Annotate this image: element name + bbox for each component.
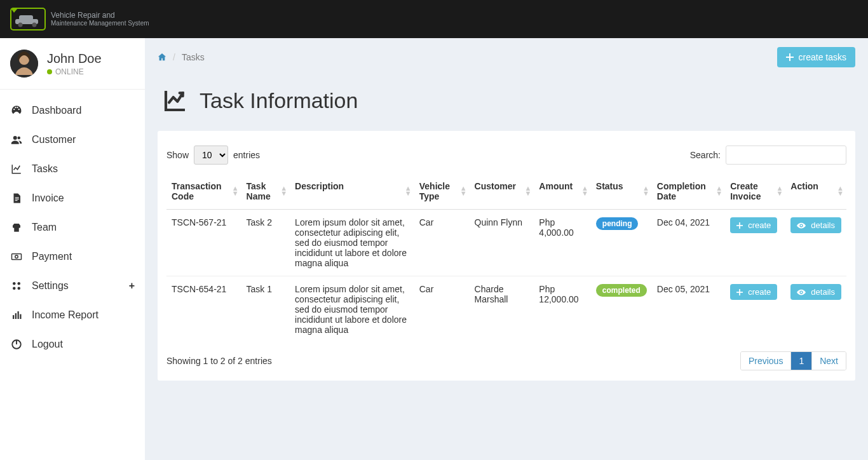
svg-rect-21 (20, 315, 21, 320)
pagination-prev[interactable]: Previous (741, 352, 791, 370)
pagination-page[interactable]: 1 (791, 352, 812, 370)
sidebar-item-label: Logout (32, 339, 63, 350)
cell-amount: Php 12,000.00 (534, 276, 590, 343)
sidebar-item-income-report[interactable]: Income Report (0, 301, 145, 330)
status-badge: completed (596, 284, 647, 297)
table-row: TSCN-567-21Task 2Lorem ipsum dolor sit a… (166, 210, 846, 276)
cell-action: details (785, 210, 846, 276)
svg-point-7 (13, 136, 17, 140)
cell-code: TSCN-567-21 (166, 210, 241, 276)
logout-icon (10, 339, 23, 350)
sort-icon: ▲▼ (642, 186, 649, 196)
table-row: TSCN-654-21Task 1Lorem ipsum dolor sit a… (166, 276, 846, 343)
entries-selector: Show 10 entries (166, 145, 260, 165)
column-header[interactable]: Task Name▲▼ (241, 173, 290, 210)
svg-point-31 (801, 291, 803, 293)
cell-invoice: create (725, 276, 785, 343)
logo[interactable]: Vehicle Repair and Maintenance Managemen… (10, 8, 149, 30)
column-header[interactable]: Description▲▼ (290, 173, 414, 210)
breadcrumb-separator: / (173, 52, 175, 62)
user-status: ONLINE (47, 67, 102, 76)
column-header[interactable]: Amount▲▼ (534, 173, 590, 210)
brand-line1: Vehicle Repair and (51, 11, 149, 20)
svg-point-17 (18, 287, 21, 290)
sidebar-item-label: Income Report (32, 309, 98, 321)
sidebar-item-tasks[interactable]: Tasks (0, 154, 145, 184)
column-header[interactable]: Transaction Code▲▼ (166, 173, 241, 210)
topbar: Vehicle Repair and Maintenance Managemen… (0, 0, 868, 38)
sidebar-item-label: Customer (32, 134, 76, 145)
cell-customer: Quinn Flynn (470, 210, 534, 276)
pagination-next[interactable]: Next (812, 352, 846, 370)
svg-point-3 (18, 23, 23, 27)
svg-rect-2 (19, 15, 33, 20)
home-icon[interactable] (158, 53, 166, 62)
cell-code: TSCN-654-21 (166, 276, 241, 343)
column-header[interactable]: Create Invoice▲▼ (725, 173, 785, 210)
pagination: Previous1Next (740, 351, 846, 370)
table-info: Showing 1 to 2 of 2 entries (166, 356, 272, 366)
online-dot-icon (47, 69, 52, 74)
details-button[interactable]: details (790, 284, 841, 300)
tasks-card: Show 10 entries Search: Transaction Code… (158, 131, 855, 381)
search-input[interactable] (726, 145, 846, 165)
column-header[interactable]: Action▲▼ (785, 173, 846, 210)
page-title: Task Information (200, 88, 358, 113)
column-header[interactable]: Vehicle Type▲▼ (414, 173, 470, 210)
avatar[interactable] (10, 50, 38, 78)
sidebar-item-label: Settings (32, 280, 69, 292)
logo-icon (10, 8, 46, 30)
income-report-icon (10, 309, 23, 321)
svg-point-4 (32, 23, 37, 27)
svg-point-14 (13, 282, 16, 285)
svg-rect-30 (736, 292, 743, 293)
tasks-table: Transaction Code▲▼Task Name▲▼Description… (166, 173, 846, 342)
column-header[interactable]: Completion Date▲▼ (652, 173, 725, 210)
details-button[interactable]: details (790, 217, 841, 233)
cell-description: Lorem ipsum dolor sit amet, consectetur … (290, 276, 414, 343)
sidebar-item-invoice[interactable]: Invoice (0, 184, 145, 213)
svg-point-16 (13, 287, 16, 290)
invoice-icon (10, 193, 23, 204)
entries-select[interactable]: 10 (194, 145, 228, 165)
cell-vehicle: Car (414, 276, 470, 343)
svg-rect-19 (15, 313, 17, 319)
sidebar-item-team[interactable]: Team (0, 213, 145, 242)
column-header[interactable]: Customer▲▼ (470, 173, 534, 210)
sidebar-item-logout[interactable]: Logout (0, 330, 145, 359)
main-content: / Tasks create tasks Task Information Sh… (145, 38, 868, 460)
payment-icon (10, 251, 23, 262)
create-tasks-button[interactable]: create tasks (777, 47, 855, 67)
sidebar-item-settings[interactable]: Settings+ (0, 271, 145, 301)
cell-customer: Charde Marshall (470, 276, 534, 343)
sidebar-item-label: Dashboard (32, 105, 81, 116)
breadcrumb-current: Tasks (182, 52, 205, 62)
sort-icon: ▲▼ (837, 186, 844, 196)
plus-icon (736, 222, 743, 229)
plus-icon (786, 53, 794, 61)
sidebar-item-customer[interactable]: Customer (0, 125, 145, 154)
svg-point-8 (18, 137, 21, 140)
cell-amount: Php 4,000.00 (534, 210, 590, 276)
create-invoice-button[interactable]: create (730, 284, 777, 300)
cell-invoice: create (725, 210, 785, 276)
svg-rect-9 (15, 198, 19, 198)
sidebar-item-payment[interactable]: Payment (0, 242, 145, 271)
eye-icon (797, 289, 806, 295)
team-icon (10, 222, 23, 233)
plus-icon (736, 289, 743, 295)
column-header[interactable]: Status▲▼ (591, 173, 652, 210)
create-invoice-button[interactable]: create (730, 217, 777, 233)
svg-rect-25 (786, 57, 794, 58)
svg-rect-12 (12, 254, 22, 260)
sidebar-item-label: Payment (32, 251, 72, 262)
status-badge: pending (596, 217, 639, 230)
sort-icon: ▲▼ (460, 186, 467, 196)
search-wrap: Search: (690, 145, 846, 165)
svg-point-13 (15, 255, 18, 259)
brand-line2: Maintenance Management System (51, 20, 149, 27)
svg-point-15 (18, 282, 21, 285)
sort-icon: ▲▼ (776, 186, 783, 196)
svg-rect-20 (18, 311, 19, 319)
sidebar-item-dashboard[interactable]: Dashboard (0, 96, 145, 125)
